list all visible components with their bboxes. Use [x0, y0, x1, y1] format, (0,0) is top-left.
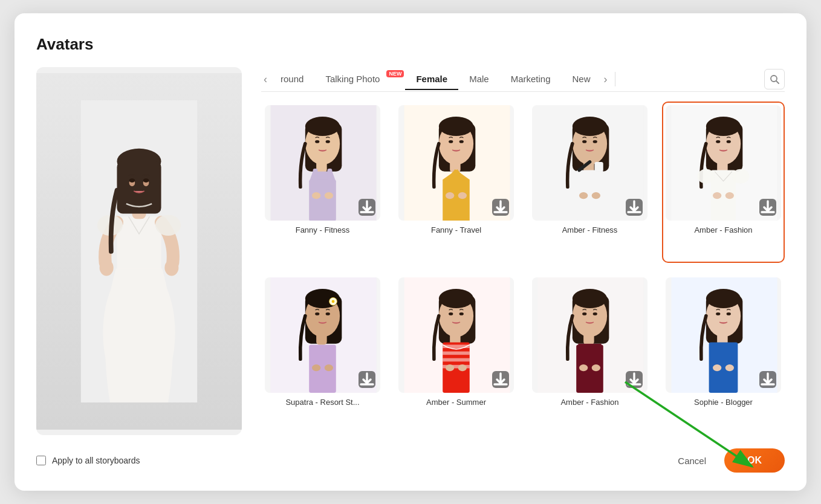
svg-point-104: [727, 312, 731, 315]
new-badge: NEW: [386, 70, 404, 77]
preview-avatar-svg: [79, 100, 200, 402]
download-icon: [359, 199, 375, 216]
avatar-thumb-amber-fashion2: [532, 277, 647, 393]
download-icon: [626, 371, 643, 388]
download-icon: [626, 199, 643, 216]
apply-all-label[interactable]: Apply to all storyboards: [36, 456, 140, 465]
download-btn-amber-summer[interactable]: [492, 371, 509, 388]
avatar-card-supatra-resort[interactable]: Supatra - Resort St...: [261, 274, 384, 435]
svg-point-43: [582, 140, 586, 143]
svg-line-16: [776, 81, 779, 83]
avatar-card-sophie-blogger[interactable]: Sophie - Blogger: [662, 274, 785, 435]
svg-point-93: [593, 312, 597, 315]
avatar-label-amber-fashion: Amber - Fashion: [694, 225, 752, 234]
avatar-thumb-fanny-travel: [398, 105, 514, 221]
search-button[interactable]: [764, 69, 785, 89]
right-panel: ‹ round Talking Photo NEW Female Male Ma…: [261, 67, 785, 435]
cancel-button[interactable]: Cancel: [667, 450, 717, 472]
avatar-label-amber-fitness: Amber - Fitness: [562, 225, 618, 234]
preview-avatar: [36, 73, 242, 430]
svg-point-28: [325, 192, 333, 199]
avatar-label-amber-fashion2: Amber - Fashion: [560, 398, 618, 407]
svg-point-35: [459, 140, 464, 143]
svg-rect-95: [578, 344, 601, 351]
tab-item-talking-photo[interactable]: Talking Photo NEW: [314, 69, 405, 90]
svg-point-23: [326, 140, 330, 143]
avatar-label-sophie-blogger: Sophie - Blogger: [694, 398, 753, 407]
tabs-bar: ‹ round Talking Photo NEW Female Male Ma…: [261, 67, 785, 92]
download-icon: [759, 199, 776, 216]
download-icon: [359, 371, 375, 388]
download-icon: [492, 371, 509, 388]
svg-point-55: [727, 140, 731, 143]
ok-button[interactable]: OK: [724, 448, 785, 473]
avatar-thumb-supatra-resort: [265, 277, 380, 393]
svg-point-85: [446, 364, 454, 371]
tab-prev-btn[interactable]: ‹: [261, 67, 270, 91]
download-icon: [759, 371, 776, 388]
tab-item-male[interactable]: Male: [458, 69, 500, 90]
avatar-card-fanny-travel[interactable]: Fanny - Travel: [395, 102, 518, 263]
svg-point-66: [315, 312, 319, 315]
download-btn-amber-fashion2[interactable]: [626, 371, 643, 388]
svg-point-53: [706, 117, 741, 136]
download-btn-fanny-travel[interactable]: [492, 199, 509, 216]
download-icon: [492, 199, 509, 216]
tab-next-btn[interactable]: ›: [602, 67, 610, 91]
avatar-card-amber-summer[interactable]: Amber - Summer: [395, 274, 518, 435]
svg-point-72: [325, 364, 333, 371]
dialog-body: ‹ round Talking Photo NEW Female Male Ma…: [36, 67, 785, 435]
tab-item-new[interactable]: New: [562, 69, 602, 90]
svg-point-107: [725, 364, 734, 371]
avatar-grid: Fanny - Fitness Fanny -: [261, 102, 785, 435]
svg-point-91: [573, 289, 607, 308]
svg-point-106: [713, 364, 721, 371]
svg-point-67: [326, 312, 330, 315]
avatar-thumb-fanny-fitness: [265, 105, 380, 221]
svg-point-10: [143, 178, 149, 183]
svg-rect-24: [309, 179, 336, 221]
avatar-label-fanny-travel: Fanny - Travel: [431, 225, 481, 234]
tab-item-female[interactable]: Female: [405, 69, 458, 90]
preview-panel: [36, 67, 242, 435]
svg-point-42: [573, 117, 607, 136]
svg-point-58: [732, 169, 750, 184]
svg-rect-26: [327, 169, 332, 182]
svg-rect-46: [594, 162, 603, 172]
svg-rect-25: [313, 169, 318, 182]
dialog-title: Avatars: [36, 35, 785, 54]
avatar-label-amber-summer: Amber - Summer: [426, 398, 486, 407]
svg-point-14: [164, 259, 178, 276]
svg-point-97: [592, 364, 600, 371]
svg-point-36: [446, 192, 454, 199]
avatar-card-fanny-fitness[interactable]: Fanny - Fitness: [261, 102, 384, 263]
svg-rect-6: [117, 161, 161, 213]
svg-rect-82: [443, 352, 470, 355]
tab-item-marketing[interactable]: Marketing: [500, 69, 562, 90]
download-btn-amber-fitness[interactable]: [626, 199, 643, 216]
svg-point-60: [725, 192, 734, 199]
avatar-card-amber-fashion[interactable]: Amber - Fashion: [662, 102, 785, 263]
svg-point-12: [155, 215, 181, 236]
search-icon: [770, 74, 779, 84]
download-btn-supatra-resort[interactable]: [359, 371, 375, 388]
download-btn-sophie-blogger[interactable]: [759, 371, 776, 388]
apply-all-checkbox[interactable]: [36, 456, 46, 465]
download-btn-fanny-fitness[interactable]: [359, 199, 375, 216]
tabs-divider: [615, 72, 615, 86]
avatar-card-amber-fitness[interactable]: Amber - Fitness: [528, 102, 651, 263]
svg-point-96: [579, 364, 588, 371]
svg-point-33: [439, 117, 473, 136]
bottom-bar: Apply to all storyboards Cancel OK: [36, 448, 785, 473]
svg-point-48: [592, 192, 600, 199]
tab-item-round[interactable]: round: [270, 69, 314, 90]
avatar-thumb-amber-fashion: [666, 105, 781, 221]
download-btn-amber-fashion[interactable]: [759, 199, 776, 216]
svg-point-47: [579, 192, 588, 199]
svg-point-78: [449, 312, 453, 315]
svg-point-22: [315, 140, 319, 143]
avatar-card-amber-fashion2[interactable]: Amber - Fashion: [528, 274, 651, 435]
svg-point-54: [716, 140, 720, 143]
avatar-label-supatra-resort: Supatra - Resort St...: [285, 398, 359, 407]
svg-point-103: [716, 312, 720, 315]
